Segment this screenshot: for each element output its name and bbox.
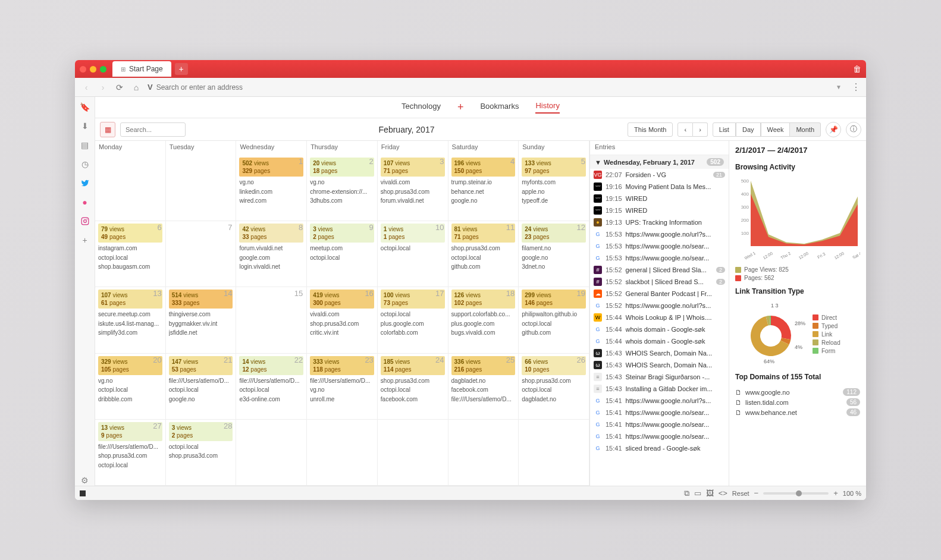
calendar-cell[interactable] [519,420,589,486]
history-entry[interactable]: ●19:13UPS: Tracking Information [590,216,729,228]
tab-technology[interactable]: Technology [402,102,441,113]
calendar-cell[interactable]: 5133 views97 pagesmyfonts.comapple.notyp… [519,155,589,221]
history-search-input[interactable] [120,122,186,137]
history-entry[interactable]: ≡15:43Steinar Bragi Sigurðarson -... [590,371,729,383]
twitter-panel-icon[interactable] [80,178,90,188]
history-entry[interactable]: #15:52slackbot | Sliced Bread S...2 [590,276,729,288]
calendar-cell[interactable]: 842 views33 pagesforum.vivaldi.netgoogle… [236,221,307,287]
calendar-cell[interactable]: 220 views18 pagesvg.nochrome-extension:/… [307,155,378,221]
settings-icon[interactable]: ⚙ [80,475,90,486]
downloads-panel-icon[interactable]: ⬇ [80,121,90,131]
calendar-cell[interactable]: 283 views2 pagesoctopi.localshop.prusa3d… [166,420,237,486]
history-entry[interactable]: ω15:43WHOIS Search, Domain Na... [590,347,729,359]
reload-button[interactable]: ⟳ [114,83,125,92]
history-entry[interactable]: #15:52general | Sliced Bread Sla...2 [590,264,729,276]
history-entry[interactable]: G15:41https://www.google.no/sear... [590,419,729,430]
calendar-cell[interactable]: 18126 views102 pagessupport.colorfabb.co… [448,287,519,353]
history-entry[interactable]: G15:44whois domain - Google-søk [590,335,729,347]
this-month-button[interactable]: This Month [628,122,673,137]
calendar-cell[interactable]: 23333 views118 pagesfile:///Users/atlemo… [307,354,378,420]
calendar-cell[interactable] [378,420,448,486]
new-tab-button[interactable]: + [175,63,188,75]
calendar-cell[interactable]: 14514 views333 pagesthingiverse.combyggm… [166,287,237,353]
dribbble-panel-icon[interactable]: ● [80,197,90,207]
history-entry[interactable]: VG22:07Forsiden - VG21 [590,169,729,181]
calendar-cell[interactable]: 25336 views216 pagesdagbladet.nofacebook… [448,354,519,420]
zoom-in-button[interactable]: + [833,489,838,498]
history-entry[interactable]: G15:41https://www.google.no/sear... [590,430,729,442]
calendar-picker-button[interactable]: ▦ [100,122,115,137]
tab-bookmarks[interactable]: Bookmarks [480,102,519,113]
calendar-cell[interactable]: 3107 views71 pagesvivaldi.comshop.prusa3… [378,155,448,221]
minimize-window-button[interactable] [90,66,96,73]
browser-tab[interactable]: ⊞ Start Page [112,61,171,77]
calendar-cell[interactable]: 17100 views73 pagesoctopi.localplus.goog… [378,287,448,353]
tile-icon[interactable]: ▭ [694,489,701,498]
zoom-slider[interactable] [763,492,829,495]
calendar-cell[interactable]: 21147 views53 pagesfile:///Users/atlemo/… [166,354,237,420]
history-entry[interactable]: G15:53https://www.google.no/sear... [590,240,729,252]
calendar-cell[interactable]: 2666 views10 pagesshop.prusa3d.comoctopi… [519,354,589,420]
history-entry[interactable]: G15:52https://www.google.no/url?s... [590,300,729,312]
calendar-cell[interactable]: 15 [236,287,307,353]
calendar-cell[interactable]: 1181 views71 pagesshop.prusa3d.comoctopi… [448,221,519,287]
calendar-cell[interactable]: 93 views2 pagesmeetup.comoctopi.local [307,221,378,287]
calendar-cell[interactable]: 16419 views300 pagesvivaldi.comshop.prus… [307,287,378,353]
zoom-out-button[interactable]: − [754,489,759,498]
close-window-button[interactable] [80,66,86,73]
calendar-cell[interactable]: 2713 views9 pagesfile:///Users/atlemo/D.… [95,420,166,486]
view-day-button[interactable]: Day [736,122,761,137]
instagram-panel-icon[interactable] [80,216,90,226]
calendar-cell[interactable]: 13107 views61 pagessecure.meetup.comisku… [95,287,166,353]
history-entry[interactable]: 〰19:15WIRED [590,193,729,205]
top-domain-row[interactable]: 🗋www.google.no112 [735,387,860,397]
info-button[interactable]: ⓘ [846,122,861,137]
calendar-cell[interactable]: 7 [166,221,237,287]
view-list-button[interactable]: List [713,122,736,137]
entries-date-row[interactable]: ▼ Wednesday, February 1, 2017 502 [590,155,729,169]
add-panel-icon[interactable]: + [80,235,90,246]
history-panel-icon[interactable]: ◷ [80,159,90,169]
calendar-cell[interactable] [166,155,237,221]
view-week-button[interactable]: Week [761,122,791,137]
address-input[interactable] [156,83,832,92]
pin-button[interactable]: 📌 [826,122,841,137]
calendar-cell[interactable] [307,420,378,486]
history-entry[interactable]: G15:41sliced bread - Google-søk [590,442,729,454]
add-speed-dial-button[interactable]: + [457,101,464,114]
prev-button[interactable]: ‹ [677,122,693,137]
history-entry[interactable]: ☁15:52General Banter Podcast | Fr... [590,288,729,300]
calendar-cell[interactable] [95,155,166,221]
history-entry[interactable]: 〰19:16Moving Patient Data Is Mes... [590,181,729,193]
bookmarks-panel-icon[interactable]: 🔖 [80,102,90,112]
address-bar[interactable]: V ▼ [148,83,845,92]
calendar-cell[interactable]: 679 views49 pagesinstagram.comoctopi.loc… [95,221,166,287]
calendar-cell[interactable]: 24185 views114 pagesshop.prusa3d.comocto… [378,354,448,420]
history-entry[interactable]: G15:41https://www.google.no/url?s... [590,395,729,407]
menu-button[interactable]: ⋮ [851,81,860,93]
page-actions-icon[interactable]: <> [719,489,727,498]
history-entry[interactable]: 〰19:15WIRED [590,205,729,216]
history-entry[interactable]: W15:44Whois Lookup & IP | Whois.... [590,312,729,323]
calendar-cell[interactable]: 19299 views146 pagesphilipwalton.github.… [519,287,589,353]
top-domain-row[interactable]: 🗋listen.tidal.com56 [735,397,860,407]
notes-panel-icon[interactable]: ▤ [80,140,90,150]
back-button[interactable]: ‹ [81,83,92,92]
calendar-cell[interactable]: 2214 views12 pagesfile:///Users/atlemo/D… [236,354,307,420]
zoom-reset-button[interactable]: Reset [732,490,749,497]
calendar-cell[interactable]: 20329 views105 pagesvg.nooctopi.localdri… [95,354,166,420]
calendar-cell[interactable]: 4196 views150 pagestrump.steinar.iobehan… [448,155,519,221]
calendar-cell[interactable] [448,420,519,486]
history-entry[interactable]: G15:53https://www.google.no/url?s... [590,228,729,240]
top-domain-row[interactable]: 🗋www.behance.net46 [735,407,860,417]
home-button[interactable]: ⌂ [131,83,142,92]
calendar-cell[interactable]: 101 views1 pagesoctopi.local [378,221,448,287]
tab-history[interactable]: History [535,101,559,114]
maximize-window-button[interactable] [100,66,106,73]
history-entry[interactable]: G15:44whois domain - Google-søk [590,323,729,335]
calendar-cell[interactable] [236,420,307,486]
view-month-button[interactable]: Month [790,122,821,137]
calendar-cell[interactable]: 1224 views23 pagesfilament.nogoogle.no3d… [519,221,589,287]
image-toggle-icon[interactable]: 🖼 [706,489,714,498]
history-entry[interactable]: G15:41https://www.google.no/sear... [590,407,729,419]
